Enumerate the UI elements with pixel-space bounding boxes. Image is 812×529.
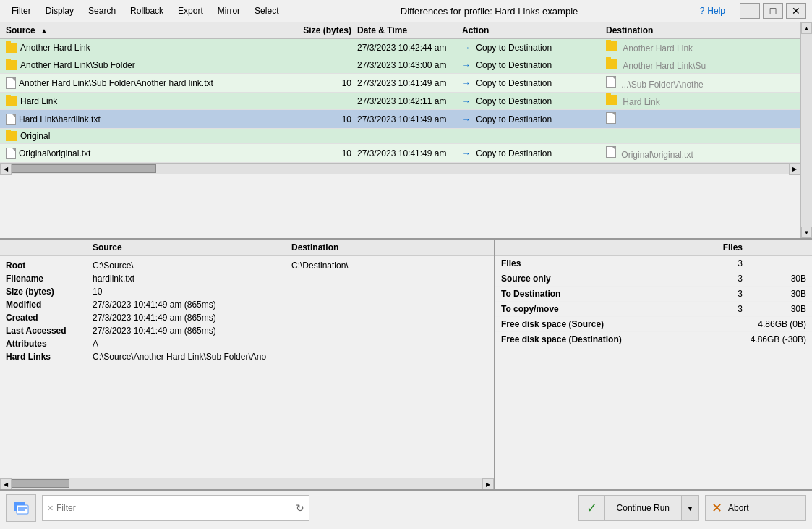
table-row[interactable]: Hard Link 27/3/2023 10:42:11 am → Copy t…	[0, 93, 812, 110]
stats-row-source-only: Source only 3 30B	[495, 271, 812, 287]
detail-source-col: Source	[93, 242, 291, 253]
action-arrow-icon: →	[462, 43, 471, 53]
scroll-up-button[interactable]: ▲	[801, 22, 812, 34]
size-column-header[interactable]: Size (bytes)	[296, 24, 354, 37]
source-name: Original	[20, 131, 50, 141]
bottom-section: Source Destination Root C:\Source\ C:\De…	[0, 240, 812, 489]
action-column-header[interactable]: Action	[459, 24, 600, 37]
detail-row-attributes: Attributes A	[0, 337, 494, 350]
detail-horiz-scroll[interactable]: ◀ ▶	[0, 478, 494, 489]
continue-dropdown-button[interactable]: ▼	[681, 495, 698, 521]
dest-folder-icon	[606, 95, 617, 105]
menu-select[interactable]: Select	[249, 4, 284, 17]
stats-files: 3	[691, 258, 748, 268]
stats-bytes: 4.86GB (0B)	[748, 319, 806, 329]
detail-scroll-left[interactable]: ◀	[0, 478, 12, 489]
stats-label: Free disk space (Destination)	[501, 334, 691, 344]
table-row[interactable]: Another Hard Link 27/3/2023 10:42:44 am …	[0, 39, 812, 56]
dest-name	[600, 111, 812, 127]
scroll-down-button[interactable]: ▼	[801, 227, 812, 238]
table-row[interactable]: Hard Link\hardlink.txt 10 27/3/2023 10:4…	[0, 110, 812, 129]
help-label: Help	[707, 6, 725, 16]
detail-row-label: Root	[6, 261, 93, 271]
detail-row-root: Root C:\Source\ C:\Destination\	[0, 259, 494, 272]
svg-rect-1	[17, 505, 28, 514]
window-controls: — □ ✕	[740, 3, 806, 19]
menu-display[interactable]: Display	[40, 4, 80, 17]
scroll-left-button[interactable]: ◀	[0, 164, 12, 175]
stats-label: Source only	[501, 274, 691, 284]
abort-label: Abort	[728, 503, 749, 513]
detail-scroll-thumb[interactable]	[12, 479, 69, 488]
table-row[interactable]: Original\original.txt 10 27/3/2023 10:41…	[0, 144, 812, 163]
stats-bytes: 4.86GB (-30B)	[748, 334, 806, 344]
continue-run-button[interactable]: ✓ Continue Run ▼	[578, 495, 699, 521]
menu-bar: Filter Display Search Rollback Export Mi…	[6, 4, 284, 17]
file-list-area: Source ▲ Size (bytes) Date & Time Action…	[0, 22, 812, 240]
minimize-button[interactable]: —	[740, 3, 760, 19]
menu-rollback[interactable]: Rollback	[124, 4, 169, 17]
continue-check-icon: ✓	[579, 495, 605, 521]
dest-file-icon	[606, 112, 616, 124]
menu-mirror[interactable]: Mirror	[212, 4, 246, 17]
detail-scroll-track[interactable]	[12, 478, 482, 489]
close-button[interactable]: ✕	[786, 3, 806, 19]
detail-panel: Source Destination Root C:\Source\ C:\De…	[0, 240, 495, 489]
file-date: 27/3/2023 10:42:44 am	[354, 41, 459, 54]
file-date: 27/3/2023 10:43:00 am	[354, 59, 459, 72]
dest-name	[600, 135, 812, 137]
abort-button[interactable]: ✕ Abort	[705, 495, 806, 521]
filter-clear-icon[interactable]: ✕	[47, 504, 54, 513]
file-size: 10	[296, 77, 354, 90]
stats-files: 3	[691, 304, 748, 314]
file-size	[296, 64, 354, 67]
detail-row-filename: Filename hardlink.txt	[0, 272, 494, 285]
folder-icon	[6, 60, 17, 70]
source-name: Another Hard Link\Sub Folder\Another har…	[19, 78, 213, 88]
source-name: Another Hard Link\Sub Folder	[20, 60, 135, 70]
table-row[interactable]: Another Hard Link\Sub Folder 27/3/2023 1…	[0, 56, 812, 74]
stats-bytes	[748, 258, 806, 268]
scroll-right-button[interactable]: ▶	[789, 164, 800, 175]
horiz-scroll-track[interactable]	[12, 164, 789, 174]
table-row[interactable]: Original Source: C:\Source\Hard Link\har…	[0, 129, 812, 144]
filter-input[interactable]	[56, 503, 293, 513]
menu-export[interactable]: Export	[172, 4, 209, 17]
horizontal-scrollbar[interactable]: ◀ ▶	[0, 163, 800, 174]
help-button[interactable]: ? Help	[694, 4, 731, 17]
file-action: → Copy to Destination	[459, 41, 600, 54]
bottom-controls: ✕ ↻ ✓ Continue Run ▼ ✕ Abort	[0, 489, 812, 525]
file-date: 27/3/2023 10:41:49 am	[354, 113, 459, 126]
dest-column-header[interactable]: Destination	[600, 24, 800, 37]
file-size	[296, 46, 354, 49]
stats-row-files: Files 3	[495, 256, 812, 271]
detail-row-source: C:\Source\Another Hard Link\Sub Folder\A…	[93, 352, 291, 362]
menu-filter[interactable]: Filter	[6, 4, 37, 17]
folder-icon	[6, 96, 17, 106]
file-icon	[6, 114, 16, 125]
horiz-scroll-thumb[interactable]	[12, 164, 156, 173]
detail-row-label: Size (bytes)	[6, 287, 93, 297]
table-row[interactable]: Another Hard Link\Sub Folder\Another har…	[0, 74, 812, 93]
vertical-scrollbar[interactable]: ▲ ▼	[800, 22, 812, 238]
stats-header: Files	[495, 240, 812, 256]
file-date: 27/3/2023 10:42:11 am	[354, 95, 459, 108]
source-column-header[interactable]: Source ▲	[0, 24, 296, 37]
menu-search[interactable]: Search	[82, 4, 121, 17]
dest-name: Hard Link	[600, 93, 812, 109]
date-column-header[interactable]: Date & Time	[354, 24, 459, 37]
scroll-track[interactable]	[801, 34, 812, 227]
detail-row-label: Filename	[6, 274, 93, 284]
detail-row-size: Size (bytes) 10	[0, 285, 494, 298]
dest-name: Another Hard Link\Su	[600, 57, 812, 72]
detail-row-dest	[291, 313, 488, 323]
file-size: 10	[296, 113, 354, 126]
filter-refresh-icon[interactable]: ↻	[296, 502, 304, 514]
table-header: Source ▲ Size (bytes) Date & Time Action…	[0, 22, 812, 39]
file-icon	[6, 77, 16, 89]
stats-panel: Files Files 3 Source only 3 30B To Desti…	[495, 240, 812, 489]
dest-name: Original\original.txt	[600, 145, 812, 161]
detail-scroll-right[interactable]: ▶	[482, 478, 494, 489]
filter-icon-button[interactable]	[6, 494, 36, 522]
maximize-button[interactable]: □	[763, 3, 783, 19]
